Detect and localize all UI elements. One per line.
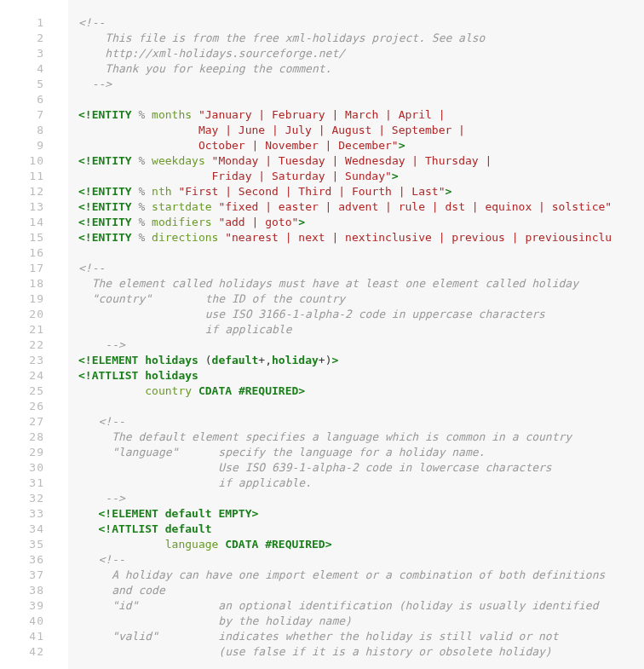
code-token: <!ENTITY (78, 185, 132, 198)
code-line: <!-- (78, 261, 644, 276)
code-token: use ISO 3166-1-alpha-2 code in uppercase… (78, 308, 545, 320)
code-token (145, 154, 152, 167)
code-line: country CDATA #REQUIRED> (78, 384, 644, 399)
code-token: modifiers (152, 216, 211, 228)
code-token: The default element specifies a language… (78, 430, 572, 443)
code-token (158, 507, 165, 520)
code-line: "country" the ID of the country (78, 291, 644, 307)
line-number: 10 (0, 153, 68, 169)
code-line: (use false if it is a history or obsolet… (78, 644, 644, 660)
code-line: and code (78, 583, 644, 598)
code-line (78, 92, 644, 107)
code-token: > (331, 354, 338, 366)
code-token (78, 384, 145, 397)
code-token: October | November | December" (78, 139, 399, 152)
code-token: holiday (272, 354, 319, 366)
code-token: "language" specify the language for a ho… (78, 446, 485, 458)
line-number: 27 (0, 414, 68, 430)
code-token: ( (198, 354, 212, 366)
code-token: default (212, 354, 259, 366)
line-number: 12 (0, 184, 68, 199)
code-token: <!ATTLIST (98, 522, 158, 535)
code-token: CDATA (225, 538, 258, 551)
line-number: 19 (0, 291, 68, 307)
code-token: default (165, 507, 212, 520)
line-number: 11 (0, 169, 68, 184)
code-token: > (298, 216, 305, 228)
code-token: holidays (145, 369, 198, 382)
code-line: "valid" indicates whether the holiday is… (78, 629, 644, 644)
line-number: 38 (0, 583, 68, 598)
code-line: language CDATA #REQUIRED> (78, 537, 644, 552)
code-area[interactable]: <!-- This file is from the free xml-holi… (68, 0, 644, 669)
code-token: holidays (145, 354, 198, 366)
line-number: 30 (0, 460, 68, 476)
code-line: --> (78, 491, 644, 506)
line-number: 20 (0, 307, 68, 322)
code-token: "add | goto" (218, 216, 298, 228)
code-token (158, 522, 165, 535)
code-line: <!ENTITY % startdate "fixed | easter | a… (78, 199, 644, 215)
code-line: The element called holidays must have at… (78, 276, 644, 291)
code-token: --> (78, 492, 125, 505)
line-number: 5 (0, 77, 68, 92)
code-token: nth (152, 185, 171, 198)
code-line: "id" an optional identification (holiday… (78, 598, 644, 614)
code-token: weekdays (152, 154, 205, 167)
code-token: directions (152, 231, 218, 244)
line-number: 28 (0, 430, 68, 445)
code-line: Thank you for keeping the comment. (78, 61, 644, 77)
code-token (145, 216, 152, 228)
code-token: May | June | July | August | September | (78, 124, 465, 136)
code-line: May | June | July | August | September | (78, 123, 644, 138)
line-number: 33 (0, 506, 68, 522)
code-token: and code (78, 584, 165, 597)
code-line: --> (78, 337, 644, 353)
code-token: +) (319, 354, 332, 366)
code-token: country (145, 384, 192, 397)
code-token: "country" the ID of the country (78, 292, 345, 305)
line-number: 32 (0, 491, 68, 506)
code-line: by the holiday name) (78, 614, 644, 629)
code-line: <!ENTITY % months "January | February | … (78, 107, 644, 123)
line-number: 25 (0, 384, 68, 399)
code-line: A holiday can have one import element or… (78, 568, 644, 583)
line-number: 21 (0, 322, 68, 337)
code-line: Use ISO 639-1-alpha-2 code in lowercase … (78, 460, 644, 476)
code-token: http://xml-holidays.sourceforge.net/ (78, 47, 345, 60)
code-token: > (298, 384, 305, 397)
line-number: 35 (0, 537, 68, 552)
code-token: > (392, 170, 399, 182)
code-token: --> (78, 338, 125, 351)
code-line: <!-- (78, 552, 644, 568)
code-token: CDATA (198, 384, 232, 397)
code-line: use ISO 3166-1-alpha-2 code in uppercase… (78, 307, 644, 322)
code-token: <!-- (78, 553, 125, 566)
line-number: 9 (0, 138, 68, 153)
code-token: "Monday | Tuesday | Wednesday | Thursday… (212, 154, 492, 167)
code-token: if applicable (78, 323, 291, 336)
line-number: 29 (0, 445, 68, 460)
line-number: 40 (0, 614, 68, 629)
code-line: <!ENTITY % modifiers "add | goto"> (78, 215, 644, 230)
code-token: The element called holidays must have at… (78, 277, 578, 290)
code-line: The default element specifies a language… (78, 430, 644, 445)
code-token: #REQUIRED (265, 538, 325, 551)
line-number: 42 (0, 644, 68, 660)
code-token (205, 154, 212, 167)
line-number: 26 (0, 399, 68, 414)
code-token: <!-- (78, 16, 105, 29)
line-number: 16 (0, 245, 68, 261)
line-number-gutter: 1234567891011121314151617181920212223242… (0, 0, 68, 669)
line-number: 18 (0, 276, 68, 291)
line-number: 36 (0, 552, 68, 568)
code-token: > (325, 538, 332, 551)
code-line: <!ATTLIST holidays (78, 368, 644, 384)
line-number: 14 (0, 215, 68, 230)
code-line: if applicable. (78, 476, 644, 491)
code-token: months (152, 108, 192, 121)
code-token: #REQUIRED (239, 384, 298, 397)
code-token (78, 538, 165, 551)
code-token: Friday | Saturday | Sunday" (78, 170, 392, 182)
code-token: <!ELEMENT (78, 354, 138, 366)
